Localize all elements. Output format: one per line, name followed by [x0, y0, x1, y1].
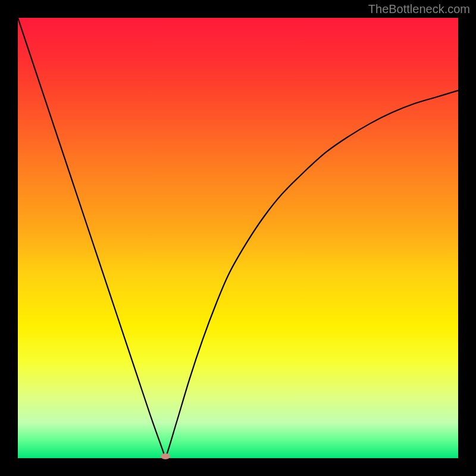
chart-marker-dot [161, 453, 170, 459]
chart-curve [18, 18, 458, 458]
watermark-text: TheBottleneck.com [368, 2, 470, 16]
chart-plot-area [18, 18, 458, 458]
